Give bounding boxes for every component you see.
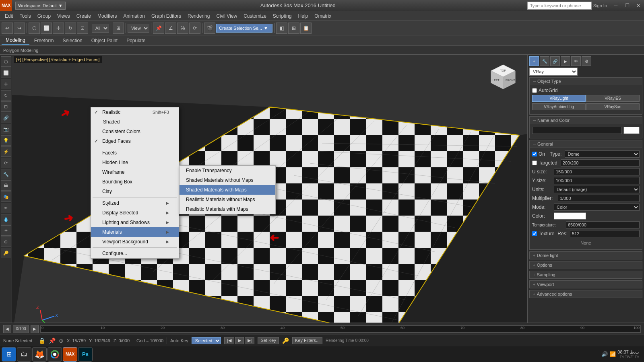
cm-viewport-background[interactable]: Viewport Background <box>91 237 179 247</box>
move-button[interactable]: ✛ <box>53 23 64 34</box>
ls-btn-17[interactable]: ⊕ <box>1 237 11 247</box>
cm-wireframe[interactable]: Wireframe <box>91 167 179 177</box>
ls-btn-5[interactable]: ⊡ <box>1 101 11 112</box>
sm-shaded-no-maps[interactable]: Shaded Materials without Maps <box>180 175 275 185</box>
advanced-options-header[interactable]: + Advanced options <box>529 290 642 298</box>
sign-in-link[interactable]: Sign In <box>593 3 607 8</box>
cm-edged-faces[interactable]: ✓ Edged Faces <box>91 136 179 146</box>
restore-button[interactable]: ❐ <box>621 0 633 11</box>
ls-btn-15[interactable]: 💧 <box>1 214 11 224</box>
set-key-button[interactable]: Set Key <box>258 337 279 344</box>
sm-realistic-with-maps[interactable]: Realistic Materials with Maps <box>180 204 275 214</box>
ls-btn-3[interactable]: ✛ <box>1 79 11 89</box>
menu-item-create[interactable]: Create <box>73 11 94 21</box>
rp-create-button[interactable]: + <box>529 56 539 66</box>
viewport-area[interactable]: [+] [Perspective] [Realistic + Edged Fac… <box>12 55 527 323</box>
minimize-button[interactable]: ─ <box>610 0 621 11</box>
undo-button[interactable]: ↩ <box>2 23 13 34</box>
close-button[interactable]: ✕ <box>633 0 644 11</box>
ls-btn-16[interactable]: ☀ <box>1 225 11 236</box>
play-prev-button[interactable]: |◀ <box>224 337 234 344</box>
type-select[interactable]: Dome <box>565 150 640 158</box>
menu-item-scripting[interactable]: Scripting <box>270 11 295 21</box>
ls-btn-2[interactable]: ⬜ <box>1 68 11 78</box>
sm-shaded-with-maps[interactable]: Shaded Materials with Maps <box>180 185 275 195</box>
menu-item-group[interactable]: Group <box>34 11 54 21</box>
name-input[interactable] <box>532 127 622 134</box>
vray-dropdown[interactable]: VRay <box>529 68 578 76</box>
texture-checkbox[interactable] <box>532 231 537 236</box>
3dsmax-button[interactable]: MAX <box>63 347 77 362</box>
ls-btn-12[interactable]: 🏔 <box>1 180 11 191</box>
key-filters-button[interactable]: Key Filters... <box>292 337 322 344</box>
select-button[interactable]: ⬡ <box>29 23 40 34</box>
ls-btn-14[interactable]: ✒ <box>1 203 11 213</box>
selection-tab[interactable]: Selection <box>58 37 86 44</box>
timeline-track[interactable]: 0 10 20 30 40 50 60 70 80 90 100 <box>40 325 641 333</box>
menu-item-rendering[interactable]: Rendering <box>184 11 213 21</box>
viewport-section-header[interactable]: + Viewport <box>529 280 642 288</box>
ls-btn-1[interactable]: ⬡ <box>1 56 11 67</box>
multiplier-input[interactable] <box>558 195 640 202</box>
ls-btn-8[interactable]: 💡 <box>1 135 11 146</box>
menu-item-edit[interactable]: Edit <box>2 11 17 21</box>
units-select[interactable]: Default (image) <box>554 186 640 193</box>
u-size-input[interactable] <box>554 168 640 175</box>
create-selection-button[interactable]: Create Selection Se... ▼ <box>216 24 272 33</box>
cm-shaded[interactable]: Shaded <box>91 117 179 127</box>
temperature-input[interactable] <box>566 221 640 228</box>
vraysun-button[interactable]: VRaySun <box>586 103 640 110</box>
search-input[interactable] <box>527 2 592 10</box>
firefox-button[interactable]: 🦊 <box>32 347 47 362</box>
chrome-button[interactable] <box>47 347 62 362</box>
cm-clay[interactable]: Clay <box>91 187 179 196</box>
cm-bounding-box[interactable]: Bounding Box <box>91 177 179 187</box>
snaps-toggle-button[interactable]: 📌 <box>153 23 164 34</box>
manage-button[interactable]: 📋 <box>300 23 312 34</box>
play-button[interactable]: ▶ <box>235 337 244 344</box>
object-type-header[interactable]: ─ Object Type <box>529 77 642 85</box>
timeline-next[interactable]: ▶ <box>31 325 39 333</box>
vrayambientlig-button[interactable]: VRayAmbientLig <box>532 103 586 110</box>
menu-item-omatrix[interactable]: Omatrix <box>311 11 334 21</box>
menu-item-graph-editors[interactable]: Graph Editors <box>148 11 184 21</box>
array-button[interactable]: ⊞ <box>288 23 299 34</box>
start-button[interactable]: ⊞ <box>2 347 16 362</box>
color-swatch[interactable] <box>623 127 640 134</box>
sm-enable-transparency[interactable]: Enable Transparency <box>180 166 275 175</box>
ls-btn-9[interactable]: ⚡ <box>1 146 11 157</box>
lock-icon[interactable]: 🔒 <box>39 337 45 344</box>
rotate-button[interactable]: ↻ <box>65 23 76 34</box>
menu-item-tools[interactable]: Tools <box>17 11 34 21</box>
autogrid-checkbox[interactable] <box>532 88 537 93</box>
texture-res-input[interactable] <box>570 230 640 237</box>
rp-display-button[interactable]: 👁 <box>571 56 581 66</box>
color-picker[interactable] <box>554 212 586 220</box>
play-next-button[interactable]: ▶| <box>245 337 255 344</box>
cm-hidden-line[interactable]: Hidden Line <box>91 158 179 167</box>
dome-light-header[interactable]: + Dome light <box>529 251 642 259</box>
cm-realistic[interactable]: ✓ Realistic Shift+F3 <box>91 107 179 117</box>
percent-snap-button[interactable]: % <box>177 23 188 34</box>
menu-item-views[interactable]: Views <box>54 11 73 21</box>
populate-tab[interactable]: Populate <box>122 37 149 44</box>
sampling-header[interactable]: + Sampling <box>529 271 642 279</box>
redo-button[interactable]: ↪ <box>14 23 25 34</box>
rp-utilities-button[interactable]: ⚙ <box>582 56 591 66</box>
cm-configure[interactable]: Configure... <box>91 249 179 258</box>
selected-dropdown[interactable]: Selected <box>192 337 221 344</box>
options-header[interactable]: + Options <box>529 261 642 269</box>
menu-item-customize[interactable]: Customize <box>240 11 270 21</box>
menu-item-civil-view[interactable]: Civil View <box>213 11 240 21</box>
name-color-header[interactable]: ─ Name and Color <box>529 116 642 124</box>
modeling-tab[interactable]: Modeling <box>2 37 29 45</box>
freeform-tab[interactable]: Freeform <box>30 37 58 44</box>
view-dropdown[interactable]: View <box>128 24 149 33</box>
cm-stylized[interactable]: Stylized <box>91 198 179 208</box>
ls-btn-11[interactable]: 🔧 <box>1 169 11 179</box>
timeline-prev[interactable]: ◀ <box>3 325 11 333</box>
photoshop-button[interactable]: Ps <box>78 347 93 362</box>
all-dropdown[interactable]: All <box>92 24 109 33</box>
sm-realistic-no-maps[interactable]: Realistic Materials without Maps <box>180 195 275 204</box>
on-checkbox[interactable] <box>532 152 537 156</box>
